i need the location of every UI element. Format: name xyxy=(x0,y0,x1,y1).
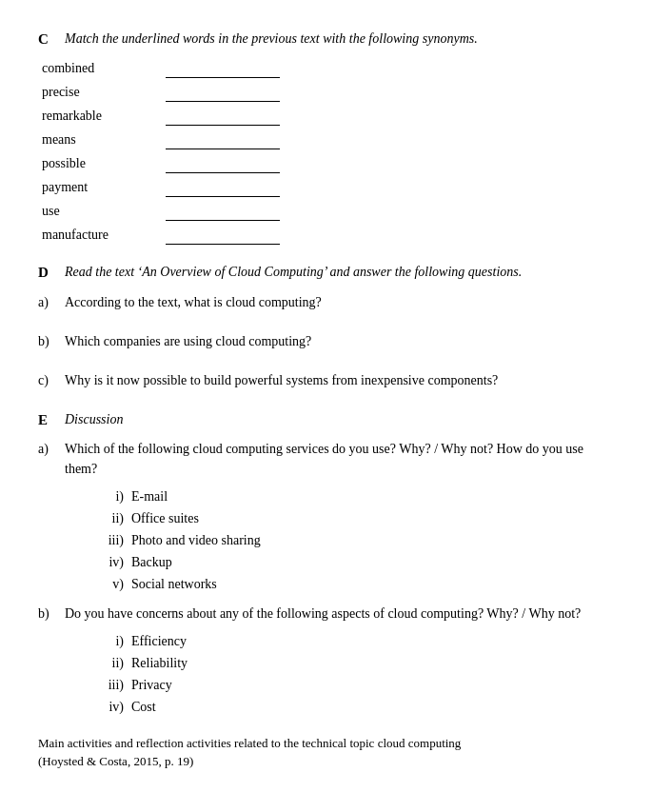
word-label: manufacture xyxy=(42,225,166,245)
question-letter: c) xyxy=(38,370,65,390)
question-letter: b) xyxy=(38,331,65,351)
answer-line[interactable] xyxy=(166,156,280,173)
list-item: v) Social networks xyxy=(90,574,614,594)
word-match-row: combined xyxy=(42,58,614,78)
answer-line[interactable] xyxy=(166,85,280,102)
section-e-letter: E xyxy=(38,409,57,431)
section-e-question-a: a) Which of the following cloud computin… xyxy=(38,439,614,479)
answer-line[interactable] xyxy=(166,109,280,126)
list-item: ii) Reliability xyxy=(90,653,614,673)
list-text: E-mail xyxy=(131,486,168,506)
word-match-row: use xyxy=(42,201,614,221)
list-text: Efficiency xyxy=(131,631,187,651)
list-roman: iii) xyxy=(90,675,124,695)
word-label: use xyxy=(42,201,166,221)
section-c-instruction: Match the underlined words in the previo… xyxy=(65,29,478,49)
section-c: C Match the underlined words in the prev… xyxy=(38,29,614,245)
word-match-row: precise xyxy=(42,82,614,102)
section-e: E Discussion a) Which of the following c… xyxy=(38,409,614,717)
question-text: Which companies are using cloud computin… xyxy=(65,331,614,351)
answer-line[interactable] xyxy=(166,61,280,78)
list-text: Backup xyxy=(131,552,172,572)
list-text: Social networks xyxy=(131,574,217,594)
answer-line[interactable] xyxy=(166,204,280,221)
word-match-row: remarkable xyxy=(42,106,614,126)
list-item: iv) Backup xyxy=(90,552,614,572)
word-label: remarkable xyxy=(42,106,166,126)
word-match-table: combined precise remarkable means possib… xyxy=(42,58,614,245)
question-item: c) Why is it now possible to build power… xyxy=(38,370,614,390)
list-item: iv) Cost xyxy=(90,697,614,717)
question-text: Why is it now possible to build powerful… xyxy=(65,370,614,390)
section-d-letter: D xyxy=(38,262,57,284)
section-e-list-a: i) E-mail ii) Office suites iii) Photo a… xyxy=(90,486,614,594)
list-roman: iii) xyxy=(90,530,124,550)
word-match-row: means xyxy=(42,129,614,149)
word-label: possible xyxy=(42,153,166,173)
word-label: payment xyxy=(42,177,166,197)
section-d-questions: a) According to the text, what is cloud … xyxy=(38,292,614,390)
list-roman: i) xyxy=(90,631,124,651)
footer-line2: (Hoysted & Costa, 2015, p. 19) xyxy=(38,752,614,771)
footer-line1: Main activities and reflection activitie… xyxy=(38,734,614,753)
list-text: Office suites xyxy=(131,508,199,528)
list-item: i) E-mail xyxy=(90,486,614,506)
section-d-instruction: Read the text ‘An Overview of Cloud Comp… xyxy=(65,262,522,282)
list-text: Cost xyxy=(131,697,156,717)
list-text: Photo and video sharing xyxy=(131,530,261,550)
list-item: iii) Photo and video sharing xyxy=(90,530,614,550)
list-roman: v) xyxy=(90,574,124,594)
list-item: i) Efficiency xyxy=(90,631,614,651)
section-e-list-b: i) Efficiency ii) Reliability iii) Priva… xyxy=(90,631,614,717)
list-roman: i) xyxy=(90,486,124,506)
question-letter: a) xyxy=(38,292,65,312)
section-e-qb-letter: b) xyxy=(38,604,65,624)
word-label: combined xyxy=(42,58,166,78)
section-e-qa-text: Which of the following cloud computing s… xyxy=(65,439,614,479)
question-item: a) According to the text, what is cloud … xyxy=(38,292,614,312)
word-label: means xyxy=(42,129,166,149)
list-roman: ii) xyxy=(90,508,124,528)
section-e-qa-letter: a) xyxy=(38,439,65,479)
list-text: Reliability xyxy=(131,653,188,673)
list-roman: iv) xyxy=(90,697,124,717)
question-text: According to the text, what is cloud com… xyxy=(65,292,614,312)
section-d: D Read the text ‘An Overview of Cloud Co… xyxy=(38,262,614,391)
list-item: ii) Office suites xyxy=(90,508,614,528)
answer-line[interactable] xyxy=(166,180,280,197)
list-text: Privacy xyxy=(131,675,172,695)
section-e-body: a) Which of the following cloud computin… xyxy=(38,439,614,717)
word-label: precise xyxy=(42,82,166,102)
answer-line[interactable] xyxy=(166,228,280,245)
word-match-row: manufacture xyxy=(42,225,614,245)
word-match-row: possible xyxy=(42,153,614,173)
section-e-instruction: Discussion xyxy=(65,409,123,429)
list-roman: iv) xyxy=(90,552,124,572)
word-match-row: payment xyxy=(42,177,614,197)
section-c-letter: C xyxy=(38,29,57,50)
answer-line[interactable] xyxy=(166,132,280,149)
section-e-question-b: b) Do you have concerns about any of the… xyxy=(38,604,614,624)
list-roman: ii) xyxy=(90,653,124,673)
section-e-qb-text: Do you have concerns about any of the fo… xyxy=(65,604,614,624)
list-item: iii) Privacy xyxy=(90,675,614,695)
question-item: b) Which companies are using cloud compu… xyxy=(38,331,614,351)
footer: Main activities and reflection activitie… xyxy=(38,734,614,771)
